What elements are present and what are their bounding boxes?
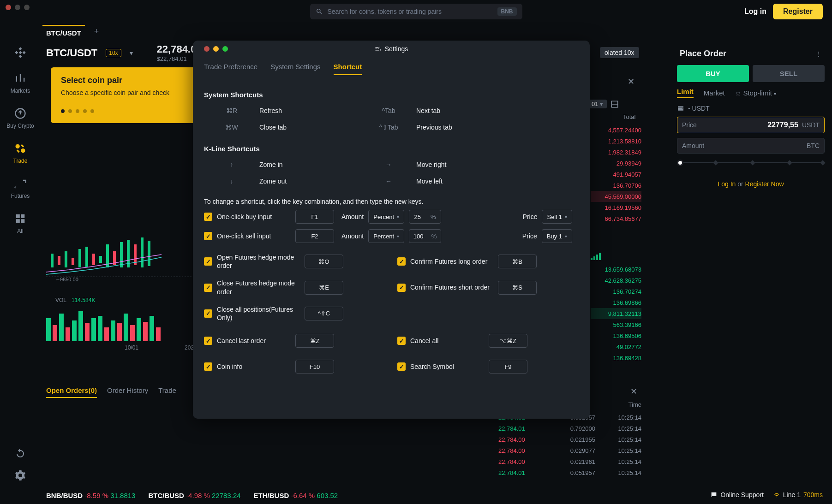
keybind-input[interactable]: ⌘S (498, 281, 537, 295)
checkbox[interactable] (204, 337, 212, 345)
more-icon[interactable]: ⋮ (815, 50, 822, 58)
keybind-input[interactable]: ⌘E (305, 281, 343, 295)
orderbook-asks: 4,557.24400 1,213.58810 1,982.31849 29.9… (591, 125, 641, 224)
register-button[interactable]: Register (773, 4, 823, 19)
amount-slider[interactable] (677, 158, 825, 167)
modal-max-dot[interactable] (222, 46, 228, 52)
undo-icon[interactable] (15, 448, 26, 459)
modal-close-dot[interactable] (204, 46, 209, 52)
wifi-icon (773, 491, 780, 498)
login-link-inline[interactable]: Log In (718, 180, 736, 188)
wallet-icon (677, 105, 684, 112)
ticker-item[interactable]: BNB/BUSD -8.59 % 31.8813 (46, 492, 135, 499)
amount-type-select[interactable]: Percent▾ (368, 229, 404, 243)
svg-rect-3 (65, 251, 67, 267)
svg-rect-27 (91, 318, 96, 341)
svg-text:114.584K: 114.584K (72, 297, 95, 303)
ticker-item[interactable]: ETH/BUSD -6.64 % 603.52 (254, 492, 338, 499)
kline-shortcuts-title: K-Line Shortcuts (204, 145, 572, 153)
margin-mode-badge[interactable]: olated 10x (600, 47, 639, 58)
tab-open-orders[interactable]: Open Orders(0) (46, 386, 97, 398)
amount-field[interactable]: Amount BTC (677, 138, 825, 154)
ticker-bar: BNB/BUSD -8.59 % 31.8813 BTC/BUSD -4.98 … (46, 492, 338, 499)
checkbox[interactable] (204, 257, 212, 266)
amount-value-input[interactable]: 25% (409, 210, 441, 224)
modal-min-dot[interactable] (213, 46, 219, 52)
sell-button[interactable]: SELL (753, 65, 825, 82)
book-precision-select[interactable]: 01▾ (588, 100, 619, 108)
svg-rect-31 (117, 323, 122, 341)
bid-row: 13,659.68073 (591, 264, 641, 275)
bid-row: 9,811.32113 (591, 308, 641, 319)
orders-close-icon[interactable]: ✕ (630, 386, 637, 397)
checkbox[interactable] (204, 309, 212, 318)
svg-rect-23 (66, 327, 70, 341)
keybind-input[interactable]: ⌘Z (295, 334, 334, 348)
checkbox[interactable] (397, 362, 406, 371)
svg-text:9850.00: 9850.00 (60, 277, 78, 282)
chevron-down-icon[interactable]: ▾ (130, 49, 133, 57)
price-field[interactable]: Price 22779,55 USDT (677, 117, 825, 133)
nav-markets[interactable]: Markets (11, 72, 30, 94)
price-select[interactable]: Sell 1▾ (542, 210, 572, 224)
checkbox[interactable] (204, 362, 212, 371)
svg-rect-5 (78, 249, 81, 267)
book-layout-icon[interactable] (611, 100, 619, 108)
svg-rect-35 (143, 322, 148, 341)
checkbox[interactable] (397, 337, 406, 345)
keybind-input[interactable]: ⌘O (305, 255, 343, 268)
kline-shortcut-row: ↑Zome in →Move right (204, 156, 572, 173)
register-link-inline[interactable]: Register Now (745, 180, 784, 188)
modal-tab-system[interactable]: System Settings (270, 63, 320, 75)
modal-tab-shortcut[interactable]: Shortcut (334, 63, 362, 75)
keybind-input[interactable]: F10 (295, 360, 334, 374)
tab-symbol[interactable]: BTC/USDT (42, 25, 85, 38)
order-type-stop[interactable]: ☼Stop-limit ▾ (735, 89, 776, 97)
bid-row: 563.39166 (591, 319, 641, 330)
svg-rect-45 (599, 253, 601, 260)
price-select[interactable]: Buy 1▾ (542, 229, 572, 243)
tab-trade-history[interactable]: Trade (158, 386, 176, 398)
nav-buy-crypto[interactable]: Buy Crypto (6, 107, 34, 129)
shortcut-row-search-symbol: Search Symbol F9 (397, 360, 572, 374)
keybind-input[interactable]: ^⇧C (305, 307, 343, 320)
online-support[interactable]: Online Support (710, 491, 763, 498)
nav-all[interactable]: All (14, 212, 27, 234)
ticker-item[interactable]: BTC/BUSD -4.98 % 22783.24 (148, 492, 240, 499)
gear-icon[interactable] (15, 470, 26, 481)
time-header: Time (628, 401, 641, 408)
checkbox[interactable] (397, 257, 406, 266)
checkbox[interactable] (204, 213, 212, 221)
modal-title: Settings (375, 45, 408, 53)
bid-row: 42,628.36275 (591, 275, 641, 286)
amount-type-select[interactable]: Percent▾ (368, 210, 404, 224)
svg-rect-42 (591, 258, 593, 260)
amount-value-input[interactable]: 100% (409, 229, 441, 243)
checkbox[interactable] (397, 284, 406, 292)
search-input[interactable]: Search for coins, tokens or trading pair… (310, 4, 522, 19)
nav-trade[interactable]: Trade (13, 142, 28, 164)
checkbox[interactable] (204, 284, 212, 292)
leverage-badge[interactable]: 10x (106, 49, 121, 57)
ask-row: 16,169.19560 (591, 202, 641, 213)
svg-rect-11 (120, 242, 123, 267)
modal-tab-preference[interactable]: Trade Preference (204, 63, 257, 75)
keybind-input[interactable]: F1 (295, 210, 334, 224)
tab-order-history[interactable]: Order History (107, 386, 148, 398)
nav-logo[interactable] (14, 46, 27, 59)
keybind-input[interactable]: ⌥⌘Z (489, 334, 527, 348)
tab-add-icon[interactable]: + (94, 27, 99, 36)
login-link[interactable]: Log in (744, 7, 766, 16)
keybind-input[interactable]: F9 (489, 360, 527, 374)
keybind-input[interactable]: ⌘B (498, 255, 537, 268)
buy-button[interactable]: BUY (677, 65, 749, 82)
order-type-limit[interactable]: Limit (677, 88, 694, 98)
panel-close-icon[interactable]: ✕ (628, 77, 634, 87)
nav-futures[interactable]: Futures (11, 177, 30, 199)
svg-rect-4 (72, 258, 74, 265)
keybind-input[interactable]: F2 (295, 229, 334, 243)
bnb-badge: BNB (497, 7, 517, 16)
checkbox[interactable] (204, 232, 212, 240)
modal-body: System Shortcuts ⌘RRefresh ^TabNext tab … (204, 82, 579, 404)
order-type-market[interactable]: Market (704, 89, 725, 97)
